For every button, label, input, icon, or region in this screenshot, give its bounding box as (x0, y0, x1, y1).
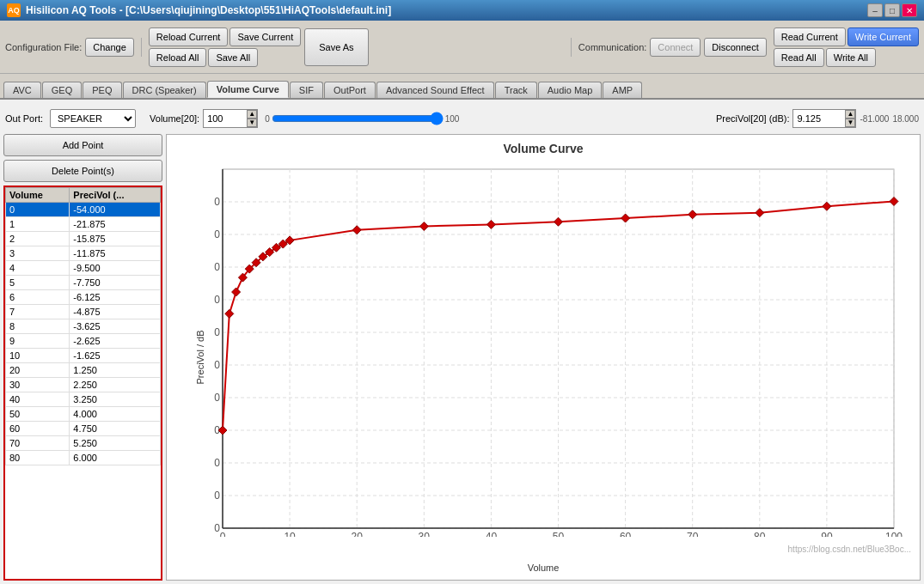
tab-drc[interactable]: DRC (Speaker) (123, 82, 206, 98)
svg-text:-45.000: -45.000 (214, 392, 220, 404)
config-label: Configuration File: (5, 42, 82, 52)
tab-peq[interactable]: PEQ (83, 82, 121, 98)
volume-slider[interactable] (272, 112, 444, 125)
svg-text:30: 30 (419, 531, 431, 537)
reload-all-button[interactable]: Reload All (149, 48, 207, 67)
tab-audiomap[interactable]: Audio Map (538, 82, 603, 98)
window-title: Hisilicon AQ Tools - [C:\Users\qiujining… (26, 4, 391, 16)
tab-advanced[interactable]: Advanced Sound Effect (376, 82, 494, 98)
volume-spin-down[interactable]: ▼ (247, 119, 257, 127)
svg-text:-72.000: -72.000 (214, 490, 220, 502)
title-bar: AQ Hisilicon AQ Tools - [C:\Users\qiujin… (0, 0, 924, 21)
maximize-button[interactable]: □ (884, 3, 900, 17)
svg-text:40: 40 (486, 531, 498, 537)
chart-title: Volume Curve (167, 135, 920, 159)
range-min-label: -81.000 (860, 114, 889, 124)
delete-point-button[interactable]: Delete Point(s) (3, 160, 162, 182)
read-all-button[interactable]: Read All (774, 48, 824, 67)
table-row[interactable]: 4-9.500 (6, 261, 161, 276)
volume-section: Volume[20]: ▲ ▼ (150, 109, 258, 128)
tab-volume[interactable]: Volume Curve (207, 81, 289, 98)
save-current-button[interactable]: Save Current (229, 27, 301, 46)
col-volume: Volume (6, 188, 70, 203)
svg-text:0: 0 (220, 531, 226, 537)
config-section: Configuration File: Change (5, 38, 142, 57)
table-row[interactable]: 1-21.875 (6, 217, 161, 232)
window-controls: – □ ✕ (867, 3, 917, 17)
tab-amp[interactable]: AMP (603, 82, 642, 98)
svg-text:80: 80 (754, 531, 766, 537)
watermark: https://blog.csdn.net/Blue3Boc... (788, 544, 911, 554)
table-row[interactable]: 604.750 (6, 422, 161, 436)
table-row[interactable]: 0-54.000 (6, 203, 161, 217)
tab-avc[interactable]: AVC (3, 82, 41, 98)
disconnect-button[interactable]: Disconnect (704, 38, 766, 57)
tab-outport[interactable]: OutPort (324, 82, 376, 98)
table-row[interactable]: 6-6.125 (6, 290, 161, 305)
write-current-button[interactable]: Write Current (848, 27, 919, 46)
content-area: Out Port: SPEAKER HEADPHONE LINE_OUT Vol… (0, 100, 924, 584)
minimize-button[interactable]: – (867, 3, 883, 17)
svg-text:10: 10 (284, 531, 296, 537)
preci-label: PreciVol[20] (dB): (716, 113, 790, 124)
preci-spin-up[interactable]: ▲ (845, 110, 855, 119)
data-table[interactable]: Volume PreciVol (... 0-54.0001-21.8752-1… (3, 186, 162, 581)
save-all-button[interactable]: Save All (208, 48, 258, 67)
app-icon: AQ (7, 3, 21, 17)
table-row[interactable]: 2-15.875 (6, 232, 161, 246)
slider-min-label: 0 (265, 114, 270, 124)
table-row[interactable]: 302.250 (6, 378, 161, 392)
connect-button[interactable]: Connect (650, 38, 701, 57)
svg-text:100: 100 (885, 531, 903, 537)
read-current-button[interactable]: Read Current (774, 27, 846, 46)
table-row[interactable]: 9-2.625 (6, 334, 161, 349)
reload-current-button[interactable]: Reload Current (149, 27, 229, 46)
table-row[interactable]: 10-1.625 (6, 349, 161, 363)
svg-text:-36.000: -36.000 (214, 359, 220, 371)
table-row[interactable]: 504.000 (6, 407, 161, 422)
tab-sif[interactable]: SIF (290, 82, 323, 98)
volume-spin-up[interactable]: ▲ (247, 110, 257, 119)
read-write-section: Read Current Write Current Read All Writ… (774, 27, 919, 67)
table-row[interactable]: 5-7.750 (6, 276, 161, 290)
svg-text:90: 90 (821, 531, 833, 537)
svg-text:9.000: 9.000 (214, 196, 220, 208)
volume-input[interactable] (204, 112, 247, 125)
save-as-section: Save As (304, 28, 368, 66)
close-button[interactable]: ✕ (902, 3, 917, 17)
chart-svg: 9.0000.000-9.000-18.000-27.000-36.000-45… (214, 161, 903, 537)
table-row[interactable]: 806.000 (6, 451, 161, 465)
preci-input[interactable] (793, 112, 845, 125)
svg-text:-63.000: -63.000 (214, 457, 220, 469)
svg-text:-9.000: -9.000 (214, 261, 220, 273)
save-as-button[interactable]: Save As (304, 28, 368, 66)
svg-text:50: 50 (553, 531, 565, 537)
change-button[interactable]: Change (85, 38, 134, 57)
toolbar: Configuration File: Change Reload Curren… (0, 21, 924, 74)
tab-track[interactable]: Track (495, 82, 537, 98)
svg-text:-27.000: -27.000 (214, 326, 220, 338)
reload-save-section: Reload Current Save Current Reload All S… (149, 27, 301, 67)
preci-spin-down[interactable]: ▼ (845, 119, 855, 127)
table-row[interactable]: 7-4.875 (6, 305, 161, 319)
add-point-button[interactable]: Add Point (3, 134, 162, 156)
volume-label: Volume[20]: (150, 113, 199, 124)
x-axis-label: Volume (528, 563, 560, 573)
svg-text:0.000: 0.000 (214, 228, 220, 240)
svg-text:20: 20 (352, 531, 364, 537)
table-row[interactable]: 705.250 (6, 436, 161, 451)
table-row[interactable]: 3-11.875 (6, 246, 161, 261)
out-port-select[interactable]: SPEAKER HEADPHONE LINE_OUT (50, 109, 136, 128)
range-labels: -81.000 18.000 (860, 114, 919, 124)
table-row[interactable]: 8-3.625 (6, 319, 161, 334)
range-max-label: 18.000 (892, 114, 919, 124)
tab-geq[interactable]: GEQ (42, 82, 82, 98)
comm-label: Communication: (578, 42, 646, 52)
table-row[interactable]: 403.250 (6, 392, 161, 407)
y-axis-label: PreciVol / dB (195, 331, 205, 385)
preci-spinners: ▲ ▼ (845, 110, 855, 127)
out-port-label: Out Port: (5, 113, 43, 124)
chart-panel: Volume Curve PreciVol / dB Volume https:… (166, 134, 921, 581)
table-row[interactable]: 201.250 (6, 363, 161, 378)
write-all-button[interactable]: Write All (826, 48, 876, 67)
